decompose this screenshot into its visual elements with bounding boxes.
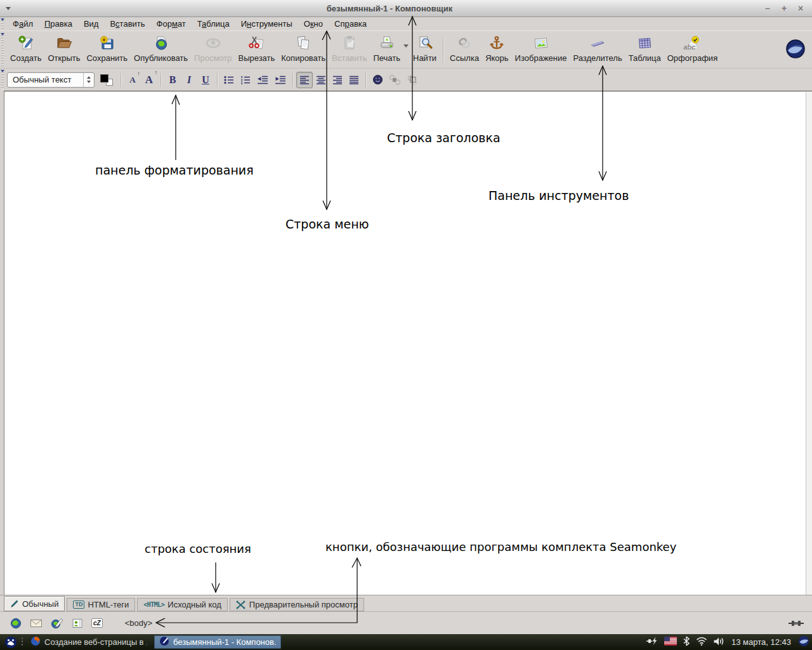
menu-tools[interactable]: Инструменты [235, 17, 298, 30]
align-justify-button[interactable] [346, 72, 362, 88]
preview-tools-icon [236, 600, 246, 609]
button-label: Открыть [48, 53, 80, 63]
mail-envelope-icon[interactable] [30, 618, 43, 628]
hline-button[interactable]: Разделитель [570, 32, 625, 64]
spelling-button[interactable]: abc Орфография [664, 32, 721, 64]
seamonkey-tray-icon[interactable] [798, 635, 809, 649]
arrow-up-icon: ↑ [137, 70, 140, 77]
toolbar-grip[interactable] [1, 33, 6, 67]
editor-area [0, 91, 812, 595]
toolbar-grip[interactable] [1, 70, 6, 90]
copy-button[interactable]: Копировать [278, 32, 329, 64]
numbered-list-button[interactable] [237, 72, 254, 88]
cut-scissors-icon [247, 34, 266, 53]
menu-window[interactable]: Окно [298, 17, 329, 30]
close-button[interactable]: × [796, 3, 806, 13]
button-label: Сохранить [86, 53, 128, 63]
task-window-composer[interactable]: безымянный-1 - Компонов... [154, 635, 281, 649]
tab-label: Предварительный просмотр [249, 600, 358, 609]
element-path-body[interactable]: <body> [125, 618, 152, 628]
tab-normal[interactable]: Обычный [4, 596, 65, 611]
firefox-icon [30, 636, 41, 648]
minimize-button[interactable]: – [763, 3, 773, 13]
text-color-picker[interactable] [100, 74, 114, 86]
menu-insert[interactable]: Вставить [104, 17, 150, 30]
menu-table[interactable]: Таблица [192, 17, 235, 30]
anchor-button[interactable]: Якорь [482, 32, 511, 64]
desktop: безымянный-1 - Компоновщик – + × Файл Пр… [0, 0, 812, 650]
menu-format[interactable]: Формат [151, 17, 192, 30]
link-icon [455, 34, 474, 53]
print-dropdown-button[interactable] [403, 48, 409, 59]
tab-source[interactable]: <HTML> Исходный код [137, 598, 228, 611]
menu-help[interactable]: Справка [329, 17, 372, 30]
arrow-up-icon: ↑ [155, 69, 158, 76]
task-window-label: безымянный-1 - Компонов... [173, 637, 276, 647]
wifi-icon[interactable] [696, 637, 707, 647]
outdent-button[interactable] [254, 72, 272, 88]
image-button[interactable]: Изображение [512, 32, 570, 64]
tab-html-tags[interactable]: TD HTML-теги [67, 598, 135, 611]
abc-text: abc [683, 43, 695, 51]
bring-forward-icon [406, 74, 419, 85]
applications-menu-button[interactable] [3, 635, 19, 649]
window-menu-button[interactable] [0, 7, 16, 10]
button-label: Разделитель [573, 53, 622, 63]
tab-label: HTML-теги [88, 600, 129, 609]
outdent-icon [256, 75, 269, 85]
bold-button[interactable]: B [164, 72, 181, 88]
task-window-firefox[interactable]: Создание веб-страницы в ... [25, 635, 152, 649]
power-charging-icon[interactable] [646, 637, 658, 647]
menu-edit[interactable]: Правка [39, 17, 78, 30]
save-button[interactable]: Сохранить [83, 32, 131, 64]
taskbar-grip[interactable] [21, 638, 23, 647]
cut-button[interactable]: Вырезать [235, 32, 278, 64]
tab-preview[interactable]: Предварительный просмотр [230, 598, 364, 611]
toolbar-separator [217, 73, 218, 87]
anchor-icon [487, 34, 506, 53]
toolbar-grip[interactable] [1, 18, 6, 29]
task-window-label: Создание веб-страницы в ... [44, 637, 147, 647]
indent-button[interactable] [272, 72, 289, 88]
xfce-mouse-icon [4, 636, 17, 649]
increase-font-button[interactable]: A↑ [141, 72, 157, 88]
vertical-scrollbar[interactable] [806, 92, 812, 595]
link-button[interactable]: Ссылка [447, 32, 482, 64]
align-center-button[interactable] [313, 72, 329, 88]
maximize-button[interactable]: + [779, 3, 789, 13]
clock[interactable]: 13 марта, 12:43 [730, 637, 792, 647]
composer-icon[interactable] [51, 618, 63, 629]
menu-file[interactable]: Файл [7, 17, 39, 30]
publish-button[interactable]: Опубликовать [131, 32, 191, 64]
keyboard-layout-flag-icon[interactable] [664, 637, 677, 647]
editor-canvas[interactable] [4, 91, 812, 595]
chatzilla-icon[interactable]: cZ [91, 618, 103, 628]
find-icon [416, 34, 435, 53]
seamonkey-logo-icon[interactable] [785, 39, 806, 62]
open-button[interactable]: Открыть [44, 32, 83, 64]
navigator-globe-icon[interactable] [10, 618, 22, 629]
find-button[interactable]: Найти [410, 32, 440, 64]
align-right-button[interactable] [329, 72, 346, 88]
bluetooth-icon[interactable] [683, 636, 690, 648]
align-left-button[interactable] [296, 72, 313, 88]
underline-button[interactable]: U [197, 72, 214, 88]
save-icon [98, 34, 117, 53]
title-bar: безымянный-1 - Компоновщик – + × [0, 0, 812, 17]
volume-icon[interactable] [713, 637, 724, 648]
paragraph-style-select[interactable]: Обычный текст [7, 72, 95, 88]
address-book-icon[interactable] [72, 618, 83, 629]
print-button[interactable]: Печать [370, 32, 403, 64]
bullet-list-button[interactable] [221, 72, 237, 88]
chevron-down-icon [403, 44, 409, 58]
align-right-icon [332, 75, 343, 85]
new-button[interactable]: Создать [7, 32, 44, 64]
insert-smiley-button[interactable] [369, 72, 386, 88]
italic-button[interactable]: I [181, 72, 197, 88]
decrease-font-button[interactable]: A↑ [124, 72, 141, 88]
table-button[interactable]: Таблица [625, 32, 664, 64]
open-folder-icon [55, 34, 74, 53]
online-status-icon[interactable] [788, 619, 807, 628]
menu-view[interactable]: Вид [78, 17, 105, 30]
align-left-icon [299, 75, 310, 85]
